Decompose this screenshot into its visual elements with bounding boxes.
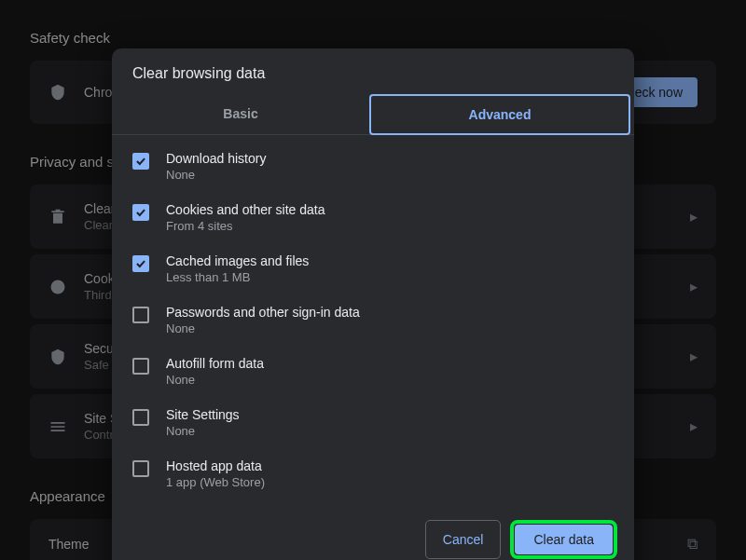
- dialog-item-label: Site Settings: [166, 407, 240, 422]
- dialog-actions: Cancel Clear data: [112, 509, 634, 560]
- checkbox[interactable]: [132, 460, 149, 477]
- dialog-item[interactable]: Site SettingsNone: [132, 397, 614, 448]
- checkbox[interactable]: [132, 204, 149, 221]
- dialog-items-list: Download historyNoneCookies and other si…: [112, 135, 634, 509]
- checkbox[interactable]: [132, 409, 149, 426]
- dialog-item-sub: Less than 1 MB: [166, 270, 309, 284]
- dialog-item-label: Cached images and files: [166, 253, 309, 268]
- dialog-item-sub: 1 app (Web Store): [166, 475, 265, 489]
- dialog-tabs: Basic Advanced: [112, 95, 634, 135]
- dialog-item-label: Passwords and other sign-in data: [166, 305, 360, 320]
- dialog-item-label: Cookies and other site data: [166, 202, 325, 217]
- cancel-button[interactable]: Cancel: [425, 520, 502, 559]
- clear-data-button[interactable]: Clear data: [515, 525, 613, 554]
- clear-data-highlight: Clear data: [510, 520, 617, 559]
- dialog-item-label: Download history: [166, 151, 266, 166]
- dialog-item-sub: None: [166, 321, 360, 335]
- checkbox[interactable]: [132, 307, 149, 323]
- dialog-title: Clear browsing data: [112, 48, 634, 95]
- checkbox[interactable]: [132, 255, 149, 272]
- dialog-item[interactable]: Download historyNone: [132, 141, 614, 192]
- dialog-item-label: Autofill form data: [166, 356, 264, 371]
- dialog-item-sub: None: [166, 168, 266, 182]
- dialog-item[interactable]: Cached images and filesLess than 1 MB: [132, 243, 614, 294]
- dialog-item-sub: From 4 sites: [166, 219, 325, 233]
- checkbox[interactable]: [132, 153, 149, 170]
- tab-basic[interactable]: Basic: [112, 95, 369, 134]
- dialog-item[interactable]: Autofill form dataNone: [132, 346, 614, 397]
- dialog-overlay: Clear browsing data Basic Advanced Downl…: [0, 0, 746, 560]
- dialog-item[interactable]: Hosted app data1 app (Web Store): [132, 448, 614, 499]
- dialog-item[interactable]: Passwords and other sign-in dataNone: [132, 294, 614, 346]
- dialog-item-sub: None: [166, 373, 264, 387]
- clear-browsing-data-dialog: Clear browsing data Basic Advanced Downl…: [112, 48, 634, 560]
- dialog-item[interactable]: Cookies and other site dataFrom 4 sites: [132, 192, 614, 243]
- checkbox[interactable]: [132, 358, 149, 375]
- tab-advanced[interactable]: Advanced: [369, 94, 630, 135]
- dialog-item-sub: None: [166, 424, 240, 438]
- dialog-item-label: Hosted app data: [166, 458, 265, 473]
